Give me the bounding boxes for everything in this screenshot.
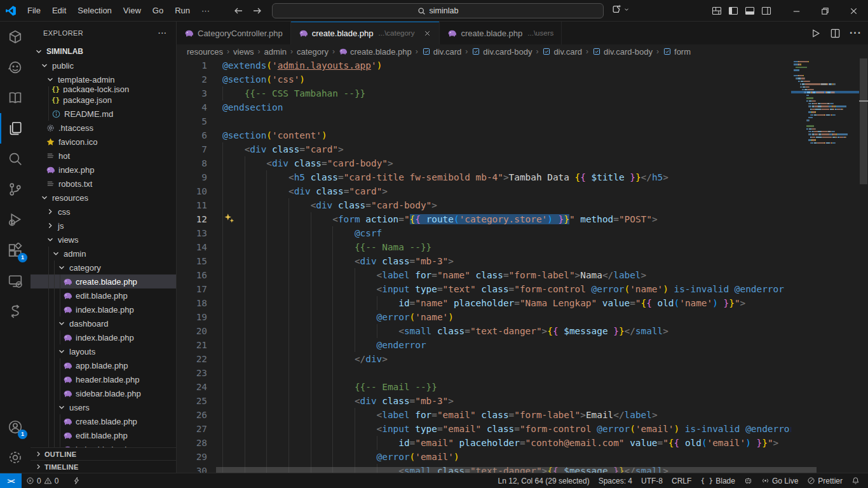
breadcrumb-div.card-body[interactable]: div.card-body — [471, 47, 532, 57]
activity-source-control[interactable] — [0, 174, 31, 205]
tree-file-sidebar.blade.php[interactable]: sidebar.blade.php — [31, 386, 176, 400]
tree-folder-dashboard[interactable]: dashboard — [31, 316, 176, 330]
tree-file-edit.blade.php[interactable]: edit.blade.php — [31, 428, 176, 442]
tree-folder-users[interactable]: users — [31, 400, 176, 414]
tree-file-favicon.ico[interactable]: favicon.ico — [31, 135, 176, 149]
tab-CategoryController.php[interactable]: CategoryController.php — [177, 22, 291, 44]
explorer-more-icon[interactable]: ··· — [158, 29, 167, 37]
tree-folder-js[interactable]: js — [31, 219, 176, 233]
status-encoding[interactable]: UTF-8 — [637, 474, 667, 488]
menu-[interactable]: ··· — [196, 3, 215, 18]
menu-view[interactable]: View — [118, 3, 147, 18]
tree-folder-admin[interactable]: admin — [31, 247, 176, 261]
breadcrumb-div.card-body[interactable]: div.card-body — [592, 47, 653, 57]
customize-layout-icon[interactable] — [712, 6, 722, 16]
breadcrumb-category[interactable]: category — [297, 47, 329, 57]
tree-folder-views[interactable]: views — [31, 233, 176, 247]
minimap[interactable] — [791, 58, 859, 473]
tree-file-index.php[interactable]: index.php — [31, 163, 176, 177]
activity-accounts[interactable]: 1 — [0, 412, 31, 442]
tree-folder-css[interactable]: css — [31, 205, 176, 219]
section-outline[interactable]: OUTLINE — [31, 447, 176, 460]
activity-settings[interactable] — [0, 442, 31, 473]
toggle-secondary-sidebar-icon[interactable] — [761, 6, 771, 16]
activity-s-extension[interactable] — [0, 296, 31, 327]
breadcrumb-div.card[interactable]: div.card — [542, 47, 582, 57]
menu-selection[interactable]: Selection — [72, 3, 117, 18]
status-indentation[interactable]: Spaces: 4 — [594, 474, 637, 488]
chevron-right-icon — [34, 450, 43, 458]
copilot-sparkle-icon[interactable] — [224, 213, 235, 224]
tab-create.blade.php-category[interactable]: create.blade.php...\category — [291, 22, 440, 44]
activity-container-box[interactable] — [0, 22, 31, 52]
status-robot[interactable] — [740, 474, 757, 488]
activity-search[interactable] — [0, 144, 31, 174]
split-editor-icon[interactable] — [830, 28, 841, 39]
activity-extensions[interactable]: 1 — [0, 235, 31, 266]
breadcrumb-resources[interactable]: resources — [187, 47, 223, 57]
vertical-scrollbar[interactable] — [859, 58, 868, 473]
status-go-live[interactable]: Go Live — [757, 474, 803, 488]
menu-run[interactable]: Run — [169, 3, 196, 18]
tree-file-hot[interactable]: hot — [31, 149, 176, 163]
menu-file[interactable]: File — [22, 3, 46, 18]
tree-folder-resources[interactable]: resources — [31, 191, 176, 205]
command-center-search[interactable]: siminlab — [272, 3, 604, 18]
toggle-primary-sidebar-icon[interactable] — [728, 6, 738, 16]
horizontal-scrollbar[interactable] — [216, 467, 817, 473]
status-cursor-position[interactable]: Ln 12, Col 64 (29 selected) — [494, 474, 594, 488]
tree-file-index.blade.php[interactable]: index.blade.php — [31, 302, 176, 316]
tree-file-create.blade.php[interactable]: create.blade.php — [31, 414, 176, 428]
code-editor[interactable]: 1234567891011121314151617181920212223242… — [177, 58, 868, 473]
copilot-menu[interactable] — [611, 4, 630, 15]
tree-file-package.json[interactable]: {}package.json — [31, 93, 176, 107]
breadcrumb-admin[interactable]: admin — [264, 47, 287, 57]
activity-run-debug[interactable] — [0, 205, 31, 235]
tree-file-edit.blade.php[interactable]: edit.blade.php — [31, 288, 176, 302]
status-eol[interactable]: CRLF — [667, 474, 696, 488]
lightning-indicator[interactable] — [68, 474, 85, 488]
close-window-button[interactable] — [839, 0, 868, 22]
run-file-icon[interactable] — [810, 28, 821, 39]
chevron-right-icon — [46, 221, 55, 230]
tree-file-app.blade.php[interactable]: app.blade.php — [31, 358, 176, 372]
problems-indicator[interactable]: 00 — [22, 474, 63, 488]
remote-indicator[interactable]: >< — [0, 473, 22, 488]
activity-docs-book[interactable] — [0, 83, 31, 113]
tree-folder-template-admin[interactable]: template-admin — [31, 72, 176, 86]
tree-file-index.blade.php[interactable]: index.blade.php — [31, 442, 176, 447]
tree-folder-public[interactable]: public — [31, 58, 176, 72]
status-notifications[interactable] — [847, 474, 864, 488]
section-timeline[interactable]: TIMELINE — [31, 460, 176, 473]
activity-chat-extension[interactable] — [0, 52, 31, 83]
tree-file-index.blade.php[interactable]: index.blade.php — [31, 330, 176, 344]
minimize-button[interactable] — [782, 0, 811, 22]
status-language-mode[interactable]: { }Blade — [696, 474, 740, 488]
tree-file-README.md[interactable]: README.md — [31, 107, 176, 121]
menu-edit[interactable]: Edit — [46, 3, 72, 18]
tree-file-package-lock.json[interactable]: {}package-lock.json — [31, 86, 176, 93]
activity-explorer[interactable] — [0, 113, 31, 144]
restore-button[interactable] — [811, 0, 839, 22]
tree-file-header.blade.php[interactable]: header.blade.php — [31, 372, 176, 386]
close-tab-icon[interactable] — [423, 29, 431, 37]
tree-file-robots.txt[interactable]: robots.txt — [31, 177, 176, 191]
breadcrumb-views[interactable]: views — [233, 47, 254, 57]
tree-label: package-lock.json — [63, 86, 129, 93]
breadcrumb-create.blade.php[interactable]: create.blade.php — [339, 47, 412, 57]
forward-arrow-icon[interactable] — [252, 6, 262, 16]
back-arrow-icon[interactable] — [233, 6, 243, 16]
status-prettier[interactable]: Prettier — [803, 474, 847, 488]
breadcrumb-form[interactable]: form — [663, 47, 691, 57]
more-actions-icon[interactable]: ··· — [850, 27, 862, 39]
activity-remote-explorer[interactable] — [0, 266, 31, 296]
tree-file-create.blade.php[interactable]: create.blade.php — [31, 274, 176, 288]
menu-go[interactable]: Go — [147, 3, 169, 18]
breadcrumb-div.card[interactable]: div.card — [422, 47, 462, 57]
tree-file-SIMINLAB[interactable]: SIMINLAB — [31, 44, 176, 58]
tree-folder-layouts[interactable]: layouts — [31, 344, 176, 358]
tab-create.blade.php-users[interactable]: create.blade.php...\users — [440, 22, 562, 44]
tree-folder-category[interactable]: category — [31, 261, 176, 274]
toggle-panel-icon[interactable] — [745, 6, 755, 16]
tree-file-.htaccess[interactable]: .htaccess — [31, 121, 176, 135]
